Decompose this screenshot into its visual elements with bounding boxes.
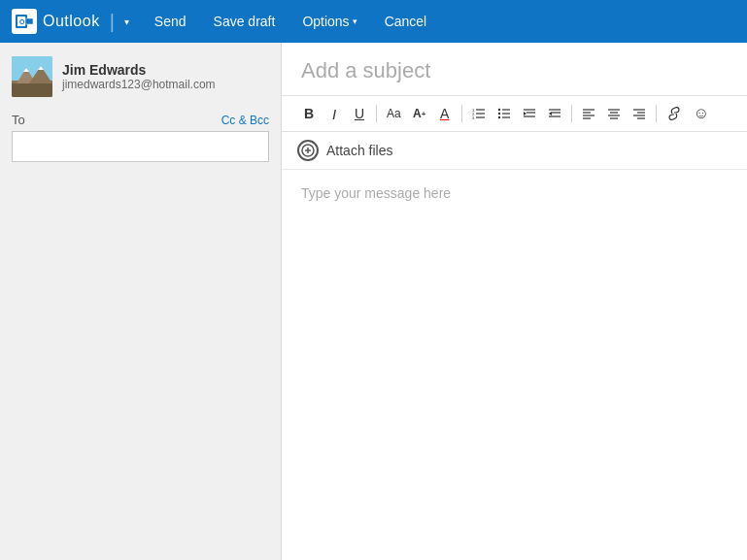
subject-area xyxy=(282,43,747,96)
cc-bcc-link[interactable]: Cc & Bcc xyxy=(221,114,269,127)
indent-decrease-button[interactable] xyxy=(518,104,541,123)
options-button[interactable]: Options ▾ xyxy=(292,8,366,35)
svg-rect-6 xyxy=(12,83,52,97)
topbar: O Outlook | ▾ Send Save draft Options ▾ … xyxy=(0,0,747,43)
toolbar-sep-1 xyxy=(376,105,377,122)
attach-icon xyxy=(297,140,319,161)
cancel-button[interactable]: Cancel xyxy=(375,8,437,35)
svg-point-21 xyxy=(497,116,499,118)
emoji-button[interactable]: ☺ xyxy=(689,102,714,125)
send-button[interactable]: Send xyxy=(145,8,196,35)
main-layout: Jim Edwards jimedwards123@hotmail.com To… xyxy=(0,43,747,560)
svg-text:O: O xyxy=(19,18,25,25)
font-size-button[interactable]: Aa xyxy=(382,104,406,123)
indent-increase-button[interactable] xyxy=(543,104,566,123)
user-info: Jim Edwards jimedwards123@hotmail.com xyxy=(12,56,269,97)
message-body xyxy=(282,170,747,560)
logo-area: O Outlook | ▾ xyxy=(12,9,129,34)
avatar-image xyxy=(12,56,52,97)
app-name: Outlook xyxy=(43,13,100,30)
underline-button[interactable]: U xyxy=(348,103,371,124)
link-button[interactable] xyxy=(662,104,687,123)
user-name: Jim Edwards xyxy=(62,62,216,78)
toolbar-sep-2 xyxy=(461,105,462,122)
toolbar-sep-3 xyxy=(571,105,572,122)
ordered-list-button[interactable]: 1. 2. 3. xyxy=(467,104,491,123)
align-center-button[interactable] xyxy=(602,104,626,123)
toolbar-sep-4 xyxy=(656,105,657,122)
svg-marker-29 xyxy=(549,112,552,115)
formatting-toolbar: B I U Aa A+ A 1. 2. 3. xyxy=(282,96,747,132)
save-draft-button[interactable]: Save draft xyxy=(204,8,286,35)
topbar-chevron-icon[interactable]: ▾ xyxy=(124,16,129,27)
font-grow-button[interactable]: A+ xyxy=(408,104,431,123)
font-color-button[interactable]: A xyxy=(433,103,457,124)
avatar xyxy=(12,56,52,97)
to-label: To xyxy=(12,113,25,127)
svg-marker-25 xyxy=(524,112,526,115)
svg-point-19 xyxy=(497,113,499,115)
unordered-list-button[interactable] xyxy=(492,104,516,123)
user-email: jimedwards123@hotmail.com xyxy=(62,78,216,91)
attach-row[interactable]: Attach files xyxy=(282,132,747,170)
user-details: Jim Edwards jimedwards123@hotmail.com xyxy=(62,62,216,91)
bold-button[interactable]: B xyxy=(297,103,321,124)
svg-rect-2 xyxy=(25,18,33,24)
compose-panel: B I U Aa A+ A 1. 2. 3. xyxy=(282,43,747,560)
message-input[interactable] xyxy=(301,185,728,544)
align-right-button[interactable] xyxy=(628,104,651,123)
left-panel: Jim Edwards jimedwards123@hotmail.com To… xyxy=(0,43,282,560)
to-row: To Cc & Bcc xyxy=(12,113,269,127)
svg-text:3.: 3. xyxy=(472,115,475,120)
outlook-logo: O xyxy=(12,9,37,34)
align-left-button[interactable] xyxy=(577,104,600,123)
options-chevron-icon: ▾ xyxy=(353,16,357,26)
subject-input[interactable] xyxy=(301,58,728,83)
attach-label[interactable]: Attach files xyxy=(326,143,392,158)
to-input[interactable] xyxy=(12,131,269,162)
italic-button[interactable]: I xyxy=(323,103,346,125)
svg-point-17 xyxy=(497,109,499,111)
topbar-divider: | xyxy=(110,11,115,33)
